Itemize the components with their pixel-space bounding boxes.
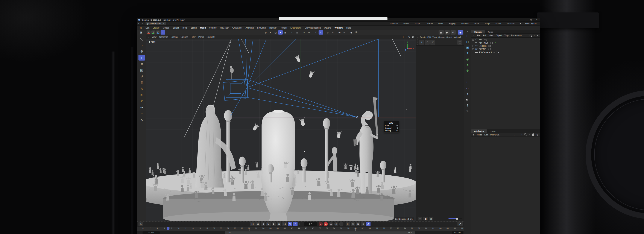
autokey-sound-button[interactable]: A (293, 222, 298, 226)
render-settings-button[interactable]: ⚙ (450, 30, 456, 34)
layer-chip[interactable] (490, 42, 491, 44)
modeling-generator-button[interactable]: ♣ (465, 62, 470, 68)
monument-bomb[interactable] (261, 110, 296, 221)
viewport-menu-item[interactable]: Filter (191, 36, 196, 38)
workplane-mode-button[interactable]: ▦ (295, 30, 300, 34)
viewport-menu-handle-icon[interactable]: ≡ (148, 36, 149, 38)
menu-item[interactable]: Character (232, 26, 242, 29)
viewport-menu-item[interactable]: Panel (198, 36, 204, 38)
menu-item[interactable]: File (139, 26, 142, 29)
visibility-dots[interactable] (496, 52, 496, 54)
record-position-button[interactable]: ⊙ (334, 222, 338, 226)
tweak-tool[interactable]: ⚙ (138, 48, 145, 54)
layer-chip[interactable] (488, 45, 490, 47)
undo-icon[interactable]: ↶ (138, 22, 140, 25)
layer-chip[interactable] (488, 48, 489, 50)
viewport-menu-item[interactable]: Cameras (159, 36, 168, 38)
load-material-button[interactable]: ↗ (424, 40, 430, 45)
brush-tool[interactable]: ✑ (138, 104, 145, 110)
record-parameter-button[interactable]: ◎ (351, 222, 355, 226)
prev-key-button[interactable]: ◀◆ (256, 222, 260, 226)
up-icon[interactable]: ↑ (521, 134, 522, 136)
layout-tab[interactable]: Standard (387, 22, 401, 25)
menu-item[interactable]: Edit (146, 26, 150, 29)
convert-object-button[interactable]: ▣ (139, 30, 144, 34)
symmetry-button[interactable]: ⋈ (337, 30, 342, 34)
record-psr-button[interactable]: ∷ (346, 222, 350, 226)
camera-target-icon[interactable]: ⌖ (498, 51, 499, 54)
view-start-field[interactable]: -33.75 F (142, 232, 160, 234)
enabled-check-icon[interactable]: ✓ (494, 42, 496, 44)
snap-magnet-button[interactable]: ∩ (302, 30, 306, 34)
sound-icon[interactable] (298, 222, 302, 226)
material-menu-item[interactable]: Material (454, 36, 461, 38)
null-axis-button[interactable]: ∟ (465, 80, 470, 85)
prev-frame-button[interactable]: ◀▮ (261, 222, 265, 226)
menu-item[interactable]: Greyscalegorilla (304, 26, 321, 29)
menu-item[interactable]: Tracker (269, 26, 276, 29)
material-large-view-button[interactable]: ▣ (429, 217, 434, 220)
live-selection-tool[interactable]: ◌ (138, 42, 145, 48)
spline-primitive-button[interactable]: ◻ (465, 39, 470, 44)
keyframe-presets-button[interactable]: ≡ (361, 222, 365, 226)
autokey-button[interactable]: A (324, 222, 328, 226)
model-mode-button[interactable]: ■ (278, 30, 283, 34)
range-thumb[interactable]: 0 F 90 F (225, 232, 415, 234)
material-menu-item[interactable]: Create (420, 36, 426, 38)
visibility-dots[interactable] (490, 48, 491, 50)
viewport-canvas[interactable]: Y X Z Front UVW ▾ UVW▦Normal⇅Phong◩ Grid… (146, 39, 416, 221)
attributes-menu-item[interactable]: Mode (477, 134, 482, 136)
slider-knob[interactable] (456, 218, 458, 220)
objects-menu-item[interactable]: Object (496, 34, 502, 37)
toggle-view-button[interactable]: ▣ (412, 36, 414, 38)
visibility-dots[interactable] (486, 39, 487, 40)
spline-smooth-tool[interactable]: ✏ (138, 92, 145, 98)
visibility-dots[interactable] (490, 45, 491, 47)
material-menu-item[interactable]: Edit (428, 36, 431, 38)
new-layouts-button[interactable]: New Layouts (523, 22, 538, 25)
spline-pen-create-button[interactable]: ∟ (465, 33, 470, 38)
layer-chip[interactable] (484, 39, 486, 40)
menu-item[interactable]: Tools (182, 26, 188, 29)
material-list-empty[interactable] (416, 46, 464, 216)
enable-axis-button[interactable]: ∟ (290, 30, 294, 34)
object-row[interactable]: LIGHTS ✓ ⌖ (472, 44, 540, 48)
camera-create-button[interactable] (465, 97, 470, 102)
menu-item[interactable]: Window (334, 26, 343, 29)
points-mode-button[interactable]: ◎ (264, 30, 268, 34)
panel-tab[interactable]: Objects (471, 30, 485, 34)
lock-icon[interactable] (532, 133, 535, 136)
line-cut-tool[interactable]: ┄ (138, 111, 145, 116)
material-menu-item[interactable]: Select (446, 36, 452, 38)
objects-menu-item[interactable]: View (489, 34, 494, 37)
add-tab-button[interactable]: + (168, 22, 169, 25)
mograph-cloner-button[interactable]: ▱ (465, 85, 470, 90)
z-axis-lock-button[interactable]: Z (156, 30, 160, 34)
render-picture-viewer-button[interactable]: ▶ (444, 30, 450, 34)
objects-empty-area[interactable] (471, 54, 540, 129)
layout-tab[interactable]: Animate (458, 22, 472, 25)
menu-item[interactable]: Create (153, 26, 160, 29)
spline-pen-tool[interactable]: ✎ (138, 86, 145, 92)
motext-button[interactable]: T (465, 50, 470, 56)
record-keyframe-button[interactable]: ◆ (318, 222, 323, 226)
grid-quantize-button[interactable]: # (314, 30, 318, 34)
symmetry-settings-button[interactable]: ⋈ (342, 30, 347, 34)
next-key-button[interactable]: ◆▶ (277, 222, 282, 226)
timeline-curve-button[interactable]: ↗ (458, 222, 462, 226)
live-viewer-button[interactable]: ◉ (458, 30, 463, 34)
objects-menu-item[interactable]: File (477, 34, 480, 37)
auto-quantize-button[interactable]: # (318, 30, 323, 34)
move-tool[interactable]: + (138, 55, 145, 60)
icon-size-slider[interactable] (448, 218, 462, 219)
material-grid-view-button[interactable]: ▦ (423, 217, 428, 220)
object-name[interactable]: SCENE (479, 48, 486, 50)
search-icon[interactable] (529, 34, 532, 37)
environment-button[interactable]: ◑ (465, 91, 470, 96)
layout-tab[interactable]: Nodes (493, 22, 504, 25)
menu-item[interactable]: Spline (190, 26, 197, 29)
modifier-button[interactable]: ⊕ (330, 30, 335, 34)
menu-item[interactable]: Simulate (257, 26, 266, 29)
add-material-button[interactable]: + (419, 40, 424, 45)
workplane-button[interactable]: ∟ (160, 30, 165, 34)
